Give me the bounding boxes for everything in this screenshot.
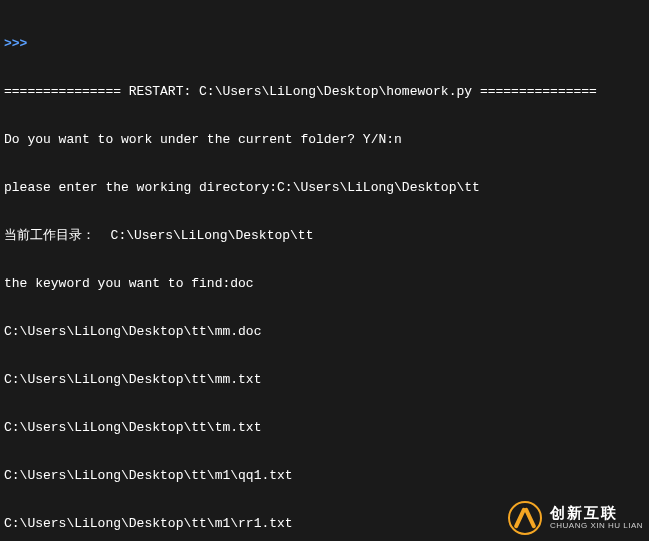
watermark: 创新互联 CHUANG XIN HU LIAN: [508, 501, 643, 535]
output-line: C:\Users\LiLong\Desktop\tt\m1\qq1.txt: [4, 468, 645, 484]
terminal-output: >>> =============== RESTART: C:\Users\Li…: [0, 0, 649, 541]
output-line: please enter the working directory:C:\Us…: [4, 180, 645, 196]
watermark-en: CHUANG XIN HU LIAN: [550, 522, 643, 531]
output-line: C:\Users\LiLong\Desktop\tt\mm.txt: [4, 372, 645, 388]
watermark-logo-icon: [508, 501, 542, 535]
output-line: Do you want to work under the current fo…: [4, 132, 645, 148]
output-line: 当前工作目录： C:\Users\LiLong\Desktop\tt: [4, 228, 645, 244]
output-line: C:\Users\LiLong\Desktop\tt\mm.doc: [4, 324, 645, 340]
output-line: C:\Users\LiLong\Desktop\tt\tm.txt: [4, 420, 645, 436]
output-line: the keyword you want to find:doc: [4, 276, 645, 292]
output-line: =============== RESTART: C:\Users\LiLong…: [4, 84, 645, 100]
watermark-cn: 创新互联: [550, 505, 643, 522]
watermark-text: 创新互联 CHUANG XIN HU LIAN: [550, 505, 643, 530]
python-prompt: >>>: [4, 36, 35, 51]
